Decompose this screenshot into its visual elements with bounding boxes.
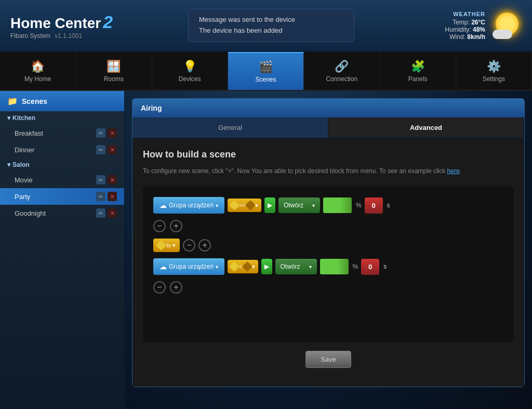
- cloud-group-icon-1: ☁: [159, 201, 167, 209]
- scene-title: How to build a scene: [143, 149, 514, 160]
- diamond-to-icon: [156, 240, 166, 250]
- notification-box: Message was sent to the device The devic…: [188, 9, 354, 42]
- group-button-1[interactable]: ☁ Grupa urządzeń ▾: [153, 197, 224, 214]
- movie-edit-button[interactable]: ✏: [96, 175, 105, 184]
- number-button-2[interactable]: 0: [361, 259, 379, 275]
- tab-advanced[interactable]: Advanced: [328, 117, 524, 138]
- scene-content: How to build a scene To configure new sc…: [132, 139, 524, 387]
- nav-rooms[interactable]: 🪟 Rooms: [76, 52, 152, 90]
- dropdown-button-1[interactable]: Otwórz ▾: [278, 197, 320, 213]
- dinner-edit-button[interactable]: ✏: [96, 145, 105, 154]
- scene-desc-link[interactable]: here: [447, 167, 460, 175]
- breakfast-actions: ✏ ✕: [96, 128, 117, 138]
- notification-area: Message was sent to the device The devic…: [125, 9, 418, 42]
- percent-label-2: %: [353, 263, 358, 270]
- diamond-icon-1: [229, 200, 240, 210]
- cloud-group-icon-2: ☁: [159, 262, 167, 271]
- number-button-1[interactable]: 0: [365, 197, 383, 214]
- dinner-delete-button[interactable]: ✕: [108, 145, 117, 154]
- content-area: Airing General Advanced How to build a s…: [125, 91, 532, 409]
- party-label: Party: [15, 193, 96, 201]
- weather-icon: [490, 10, 522, 41]
- to-button[interactable]: to ▾: [153, 239, 180, 252]
- diamond-dark-icon-1: [245, 200, 256, 210]
- action-button-2[interactable]: ▶: [261, 259, 272, 274]
- sidebar-group-kitchen[interactable]: ▾ Kitchen: [0, 111, 124, 125]
- seconds-label-1: s: [387, 202, 390, 209]
- condition-label-1: >=: [239, 202, 246, 208]
- nav-connection[interactable]: 🔗 Connection: [304, 52, 380, 90]
- nav-scenes-label: Scenes: [255, 76, 276, 83]
- to-caret: ▾: [172, 242, 176, 249]
- remove-block-button-1[interactable]: −: [153, 220, 166, 232]
- condition-button-2[interactable]: = ▾: [228, 260, 258, 273]
- sidebar-header: 📁 Scenes: [0, 91, 124, 111]
- dropdown-label-1: Otwórz: [284, 202, 303, 209]
- connection-icon: 🔗: [335, 60, 349, 73]
- breakfast-edit-button[interactable]: ✏: [96, 128, 105, 138]
- goodnight-actions: ✏ ✕: [96, 208, 117, 218]
- action-button-1[interactable]: ▶: [264, 197, 275, 213]
- app-version-num: 2: [103, 12, 113, 32]
- sidebar-item-breakfast[interactable]: Breakfast ✏ ✕: [0, 125, 124, 141]
- percent-label-1: %: [356, 202, 362, 209]
- dinner-actions: ✏ ✕: [96, 145, 117, 154]
- sidebar-item-movie[interactable]: Movie ✏ ✕: [0, 171, 124, 188]
- condition-button-1[interactable]: >= ▾: [228, 199, 261, 212]
- scene-builder: ☁ Grupa urządzeń ▾ >= ▾ ▶: [143, 187, 514, 342]
- scene-row-1: ☁ Grupa urządzeń ▾ >= ▾ ▶: [153, 197, 503, 214]
- nav-my-home[interactable]: 🏠 My Home: [0, 52, 76, 90]
- percent-bar-2: [320, 259, 349, 274]
- scene-row-controls-1: − +: [153, 220, 503, 232]
- sidebar-item-dinner[interactable]: Dinner ✏ ✕: [0, 141, 124, 158]
- save-button[interactable]: Save: [305, 351, 351, 368]
- party-edit-button[interactable]: ✏: [96, 192, 105, 201]
- movie-actions: ✏ ✕: [96, 175, 117, 184]
- group-btn-label-1: Grupa urządzeń: [169, 202, 214, 209]
- goodnight-delete-button[interactable]: ✕: [108, 208, 117, 218]
- weather-info: WEATHER Temp: 26°C Humidity: 48% Wind: 8…: [445, 11, 485, 41]
- chevron-down-icon: ▾: [7, 114, 10, 122]
- logo-sub: Fibaro System v1.1.1001: [10, 32, 114, 39]
- play-icon-1: ▶: [268, 202, 272, 209]
- dropdown-caret-1: ▾: [312, 203, 315, 208]
- add-to-button[interactable]: +: [198, 239, 211, 252]
- remove-to-button[interactable]: −: [183, 239, 195, 252]
- nav-settings[interactable]: ⚙️ Settings: [456, 52, 532, 90]
- goodnight-edit-button[interactable]: ✏: [96, 208, 105, 218]
- add-block-button-1[interactable]: +: [170, 220, 182, 232]
- scene-row-controls-2: − +: [153, 281, 503, 294]
- nav-panels[interactable]: 🧩 Panels: [380, 52, 456, 90]
- scene-panel: Airing General Advanced How to build a s…: [132, 98, 525, 387]
- nav-settings-label: Settings: [483, 75, 505, 83]
- devices-icon: 💡: [183, 60, 197, 73]
- seconds-label-2: s: [383, 263, 387, 270]
- sidebar-group-salon[interactable]: ▾ Salon: [0, 158, 124, 171]
- weather-temp: Temp: 26°C: [445, 19, 485, 26]
- group-caret-2: ▾: [216, 264, 218, 270]
- chevron-down-salon-icon: ▾: [7, 161, 10, 168]
- movie-delete-button[interactable]: ✕: [108, 175, 117, 184]
- scene-description: To configure new scene, click "+". Now Y…: [143, 166, 514, 176]
- nav-devices-label: Devices: [179, 75, 201, 83]
- add-block-button-2[interactable]: +: [170, 281, 182, 294]
- sidebar-item-party[interactable]: Party ✏ ✕: [0, 188, 124, 205]
- tab-general[interactable]: General: [132, 117, 328, 138]
- movie-label: Movie: [15, 176, 96, 184]
- breakfast-label: Breakfast: [15, 129, 96, 137]
- nav-scenes[interactable]: 🎬 Scenes: [228, 52, 304, 90]
- group-button-2[interactable]: ☁ Grupa urządzeń ▾: [153, 258, 224, 275]
- party-delete-button[interactable]: ✕: [108, 192, 117, 201]
- remove-block-button-2[interactable]: −: [153, 281, 166, 294]
- diamond-dark-icon-2: [242, 261, 252, 272]
- breakfast-delete-button[interactable]: ✕: [108, 128, 117, 138]
- settings-icon: ⚙️: [487, 60, 501, 73]
- to-label: to: [166, 242, 171, 248]
- panels-icon: 🧩: [411, 60, 425, 73]
- condition-caret-1: ▾: [255, 202, 258, 209]
- dropdown-label-2: Otwórz: [281, 263, 300, 270]
- scene-row-2: to ▾ − +: [153, 239, 503, 252]
- dropdown-button-2[interactable]: Otwórz ▾: [275, 259, 317, 274]
- sidebar-item-goodnight[interactable]: Goodnight ✏ ✕: [0, 205, 124, 221]
- nav-devices[interactable]: 💡 Devices: [152, 52, 228, 90]
